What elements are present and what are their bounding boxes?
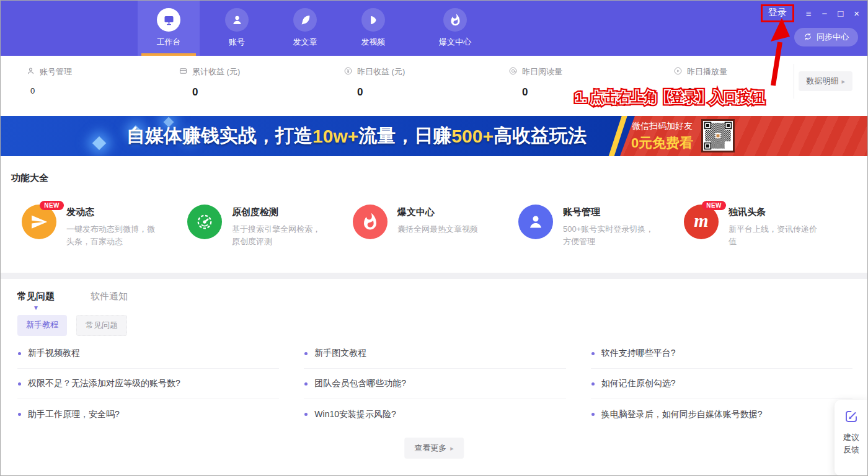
faq-item[interactable]: 助手工作原理，安全吗? [17,399,279,430]
nav-tab-icon [225,8,249,32]
faq-item[interactable]: 新手图文教程 [304,338,565,369]
feature-title: 独讯头条 [728,206,822,218]
data-detail-button[interactable]: 数据明细 ▸ [799,71,852,91]
faq-tab[interactable]: 常见问题 ▼ [17,291,55,302]
stat-item: 累计收益 (元) 0 [179,66,240,99]
stat-item: 昨日收益 (元) 0 [343,66,405,99]
stat-label: 昨日阅读量 [522,66,562,77]
nav-tab-label: 发视频 [361,37,386,48]
faq-item-text: 软件支持哪些平台? [601,348,676,359]
features-row: NEW 发动态 一键发布动态到微博，微头条，百家动态 原创度检测 基于搜索引擎全… [22,205,849,248]
faq-item[interactable]: 换电脑登录后，如何同步自媒体账号数据? [591,399,852,430]
wechat-line2: 0元免费看 [625,134,699,152]
maximize-icon[interactable]: □ [838,9,843,18]
faq-tab-label: 软件通知 [91,291,128,301]
nav-tab-label: 工作台 [157,37,181,48]
feature-card[interactable]: 爆文中心 囊括全网最热文章视频 [353,205,518,248]
feature-card[interactable]: NEW 发动态 一键发布动态到微博，微头条，百家动态 [22,205,187,248]
banner-headline-segment: 高收益玩法 [494,123,587,149]
faq-item-text: 换电脑登录后，如何同步自媒体账号数据? [601,409,763,420]
feature-icon: NEW [22,205,56,239]
stat-value: 0 [192,86,240,99]
faq-filter-pill[interactable]: 常见问题 [76,315,127,336]
stat-label: 账号管理 [40,66,72,77]
view-more-label: 查看更多 [414,443,446,454]
feedback-button[interactable]: 建议 反馈 [835,400,868,476]
faq-item[interactable]: 如何记住原创勾选? [591,369,852,399]
banner-headline-segment: 自媒体赚钱实战，打造 [126,123,312,149]
nav-tab-label: 账号 [229,37,245,48]
bullet-dot [18,382,21,386]
banner-headline-segment: 10w+ [312,126,358,147]
bullet-dot [304,382,308,386]
close-icon[interactable]: × [854,9,859,18]
chevron-right-icon: ▸ [841,77,845,86]
stats-bar: 数据明细 ▸ 账号管理 0 累计收益 (元) 0 昨日收益 (元) 0 昨日阅读… [0,56,868,116]
minimize-icon[interactable]: − [822,9,827,18]
tutorial-annotation-text: 1. 点击右上角【登录】入口按钮 [575,90,764,104]
nav-tab-user[interactable]: 账号 [206,0,268,56]
faq-item[interactable]: 软件支持哪些平台? [591,338,852,369]
main-nav: 工作台 账号 发文章 发视频 爆文中心 [138,0,492,56]
faq-tabs: 常见问题 ▼ 软件通知 [17,291,128,302]
nav-tab-label: 发文章 [293,37,317,48]
faq-tab[interactable]: 软件通知 [91,291,128,302]
stat-item: 昨日阅读量 0 [508,66,562,99]
stat-icon [508,66,518,77]
feedback-label: 建议 反馈 [843,431,859,456]
faq-filter-pill[interactable]: 新手教程 [17,315,67,336]
faq-filter-pills: 新手教程常见问题 [17,315,127,336]
app-header: 工作台 账号 发文章 发视频 爆文中心 登录 ≡−□× 同步中心 [0,0,868,56]
features-section: 功能大全 NEW 发动态 一键发布动态到微博，微头条，百家动态 原创度检测 基于… [0,156,868,273]
stat-label: 累计收益 (元) [192,66,240,77]
faq-item[interactable]: Win10安装提示风险? [304,399,565,430]
stat-icon [179,66,188,77]
menu-icon[interactable]: ≡ [806,9,812,18]
nav-tab-feather[interactable]: 发文章 [274,0,336,56]
wechat-line1: 微信扫码加好友 [625,121,699,132]
faq-item[interactable]: 团队会员包含哪些功能? [304,369,565,399]
nav-tab-icon [361,8,385,32]
new-badge: NEW [702,201,726,210]
faq-item[interactable]: 权限不足？无法添加对应等级的账号数? [17,369,279,399]
feature-icon [187,205,222,239]
feature-card[interactable]: 账号管理 500+账号实时登录切换，方便管理 [518,205,684,248]
stat-icon [343,66,353,77]
bullet-dot [18,413,21,416]
feature-desc: 新平台上线，资讯传递价值 [728,223,822,248]
bullet-dot [18,352,21,355]
bullet-dot [591,352,595,355]
bullet-dot [304,352,308,355]
faq-item-text: Win10安装提示风险? [314,409,396,420]
edit-icon [844,409,859,424]
view-more-button[interactable]: 查看更多 ▸ [404,438,464,459]
nav-tab-video[interactable]: 发视频 [342,0,404,56]
banner-wechat-block: 微信扫码加好友 0元免费看 [625,121,699,152]
faq-item-text: 新手视频教程 [28,348,80,359]
login-button[interactable]: 登录 [761,4,794,22]
promo-banner[interactable]: 自媒体赚钱实战，打造10w+流量，日赚500+高收益玩法 微信扫码加好友 0元免… [0,116,868,156]
stat-label: 昨日收益 (元) [357,66,405,77]
tutorial-annotation: 1. 点击右上角【登录】入口按钮 [575,89,764,106]
feature-desc: 基于搜索引擎全网检索，原创度评测 [232,223,325,248]
sync-center-button[interactable]: 同步中心 [794,28,858,46]
features-title: 功能大全 [11,172,48,184]
feature-card[interactable]: NEW m 独讯头条 新平台上线，资讯传递价值 [684,205,849,248]
stat-value: 0 [357,86,405,99]
feature-title: 原创度检测 [232,206,325,218]
feature-icon [353,205,388,239]
stat-item: 账号管理 0 [26,66,72,95]
nav-tab-monitor[interactable]: 工作台 [138,0,200,56]
refresh-icon [804,32,812,43]
faq-list: 新手视频教程 新手图文教程 软件支持哪些平台? 权限不足？无法添加对应等级的账号… [17,338,852,430]
feature-desc: 一键发布动态到微博，微头条，百家动态 [66,223,159,248]
feature-desc: 囊括全网最热文章视频 [397,223,490,236]
data-detail-label: 数据明细 [806,76,838,87]
faq-item-text: 权限不足？无法添加对应等级的账号数? [28,378,180,389]
banner-decor-cube [92,136,107,151]
faq-item-text: 如何记住原创勾选? [601,378,676,389]
banner-headline-segment: 500+ [451,126,494,147]
nav-tab-flame[interactable]: 爆文中心 [424,0,486,56]
feature-card[interactable]: 原创度检测 基于搜索引擎全网检索，原创度评测 [187,205,353,248]
faq-item[interactable]: 新手视频教程 [17,338,279,369]
